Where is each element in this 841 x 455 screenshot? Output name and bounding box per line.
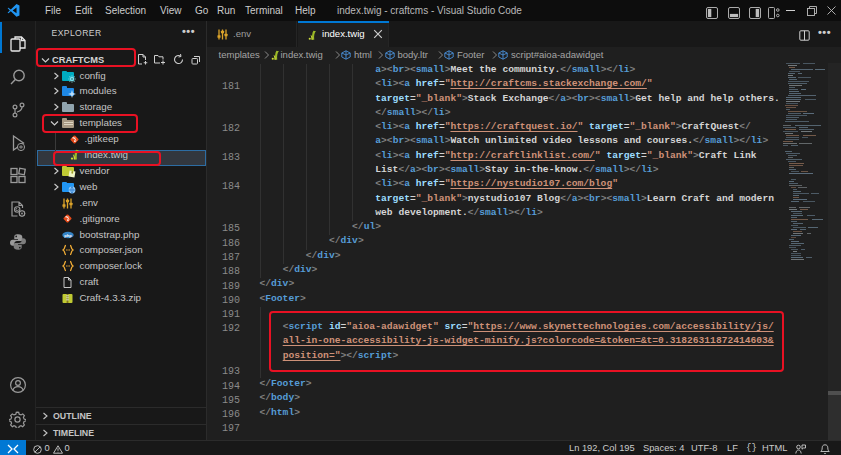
svg-text:php: php bbox=[64, 232, 72, 237]
